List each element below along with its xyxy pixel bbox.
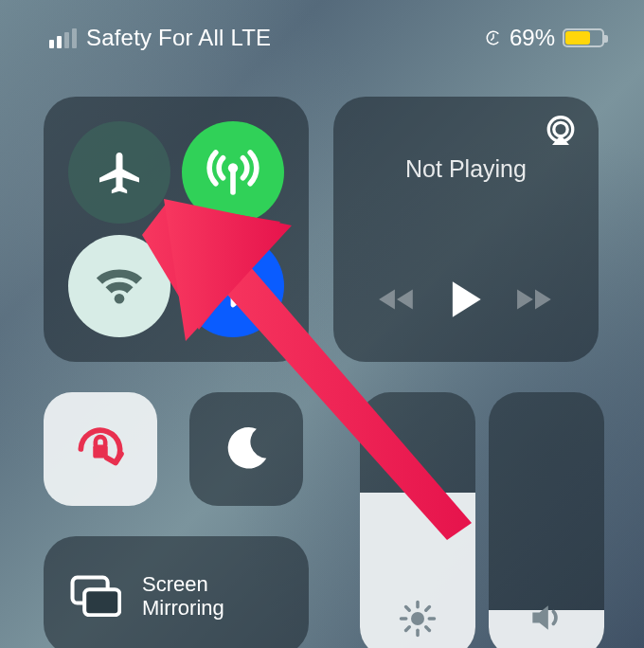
screen-mirroring-button[interactable]: Screen Mirroring: [44, 536, 309, 648]
airplane-icon: [93, 146, 146, 199]
do-not-disturb-button[interactable]: [189, 392, 303, 506]
carrier-label: Safety For All LTE: [86, 25, 271, 51]
svg-rect-5: [93, 445, 108, 459]
brightness-slider[interactable]: [360, 392, 475, 648]
media-title: Not Playing: [333, 155, 599, 183]
svg-point-4: [554, 122, 567, 135]
airplay-icon[interactable]: [544, 114, 578, 148]
cell-signal-icon: [49, 28, 77, 48]
svg-point-6: [411, 612, 424, 625]
svg-point-2: [115, 294, 125, 304]
fast-forward-button[interactable]: [515, 285, 555, 314]
screen-mirroring-icon: [70, 575, 121, 617]
status-bar: Safety For All LTE 69%: [0, 19, 644, 57]
battery-percent: 69%: [510, 25, 555, 51]
bluetooth-icon: [210, 263, 256, 309]
bluetooth-button[interactable]: [182, 235, 284, 337]
wifi-button[interactable]: [68, 235, 170, 337]
moon-icon: [219, 422, 274, 477]
brightness-icon: [398, 599, 438, 639]
antenna-icon: [206, 146, 259, 199]
airplane-mode-button[interactable]: [68, 121, 170, 224]
media-panel[interactable]: Not Playing: [333, 97, 599, 362]
low-power-mode-icon: [485, 29, 502, 46]
battery-icon: [563, 28, 604, 47]
cellular-data-button[interactable]: [182, 121, 284, 224]
rotation-lock-icon: [71, 420, 130, 478]
rotation-lock-button[interactable]: [44, 392, 157, 506]
wifi-icon: [92, 259, 147, 314]
screen-mirroring-label: Screen Mirroring: [142, 572, 224, 621]
connectivity-panel[interactable]: [44, 97, 309, 362]
svg-rect-8: [84, 589, 119, 615]
play-button[interactable]: [447, 279, 485, 320]
rewind-button[interactable]: [377, 285, 417, 314]
volume-slider[interactable]: [489, 392, 604, 648]
speaker-icon: [526, 597, 567, 639]
